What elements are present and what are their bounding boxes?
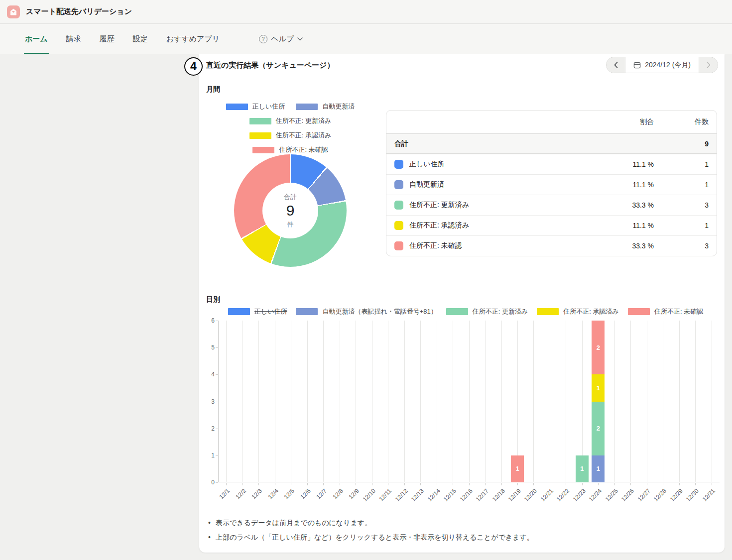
legend-item-invalid-approved[interactable]: 住所不正: 承認済み xyxy=(249,131,332,140)
y-axis-tick xyxy=(216,347,218,348)
footnote: 表示できるデータは前月までのものになります。 xyxy=(208,518,534,528)
legend-item-invalid-unconfirmed[interactable]: 住所不正: 未確認 xyxy=(252,145,328,154)
help-menu[interactable]: ? ヘルプ xyxy=(259,34,303,44)
monthly-legend: 正しい住所 自動更新済 住所不正: 更新済み 住所不正: 承認済み xyxy=(206,102,375,160)
row-swatch xyxy=(394,221,403,230)
legend-item-invalid-unconfirmed[interactable]: 住所不正: 未確認 xyxy=(628,307,703,316)
bar-segment[interactable]: 2 xyxy=(592,321,605,374)
footnotes: 表示できるデータは前月までのものになります。 上部のラベル（「正しい住所」など）… xyxy=(208,518,534,547)
legend-label: 住所不正: 承認済み xyxy=(276,131,332,140)
donut-center: 合計 9 件 xyxy=(262,183,318,238)
daily-heading: 日別 xyxy=(206,295,220,304)
x-axis-tick xyxy=(420,483,421,485)
app-title: スマート配送先バリデーション xyxy=(26,7,132,16)
legend-item-auto-updated[interactable]: 自動更新済 xyxy=(296,102,355,111)
legend-swatch xyxy=(249,118,271,124)
x-axis-tick xyxy=(323,483,324,485)
row-swatch xyxy=(394,180,403,189)
tab-history[interactable]: 履歴 xyxy=(99,24,116,54)
bar-segment[interactable]: 2 xyxy=(592,402,605,455)
annotation-step-4-badge: 4 xyxy=(184,57,203,76)
gridline xyxy=(501,321,502,482)
row-ratio: 11.1 % xyxy=(594,222,654,229)
chevron-right-icon xyxy=(707,62,711,68)
donut-center-label: 合計 xyxy=(284,192,297,202)
x-axis-tick xyxy=(291,483,291,485)
legend-swatch xyxy=(296,104,318,110)
row-label: 自動更新済 xyxy=(409,180,444,189)
legend-label: 自動更新済 xyxy=(322,102,355,111)
x-axis-tick xyxy=(614,483,615,485)
x-axis-tick xyxy=(453,483,453,485)
row-label: 住所不正: 承認済み xyxy=(409,221,469,230)
x-axis-tick xyxy=(485,483,486,485)
legend-item-correct-address[interactable]: 正しい住所 xyxy=(226,102,285,111)
x-axis-tick xyxy=(372,483,372,485)
gridline xyxy=(404,321,405,482)
gridline xyxy=(243,321,243,482)
row-count: 3 xyxy=(654,242,709,250)
row-ratio: 11.1 % xyxy=(594,160,654,168)
gridline xyxy=(388,321,388,482)
next-month-button[interactable] xyxy=(699,57,718,73)
row-ratio: 33.3 % xyxy=(594,201,654,209)
bar-segment[interactable]: 1 xyxy=(592,374,605,401)
row-swatch xyxy=(394,201,403,210)
tab-billing[interactable]: 請求 xyxy=(65,24,82,54)
y-axis-label: 5 xyxy=(205,344,215,351)
x-axis-tick xyxy=(679,483,680,485)
tab-recommended-apps[interactable]: おすすめアプリ xyxy=(165,24,221,54)
total-count: 9 xyxy=(654,140,709,148)
gridline xyxy=(533,321,534,482)
gridline xyxy=(226,321,227,482)
count-column-header: 件数 xyxy=(654,117,709,126)
bar-segment[interactable]: 1 xyxy=(592,455,605,482)
gridline xyxy=(679,321,680,482)
x-axis-tick xyxy=(469,483,470,485)
legend-item-auto-updated[interactable]: 自動更新済（表記揺れ・電話番号+81） xyxy=(296,307,437,316)
x-axis-tick xyxy=(275,483,275,485)
x-axis-tick xyxy=(307,483,308,485)
calendar-icon xyxy=(633,61,641,69)
gridline xyxy=(614,321,615,482)
gridline xyxy=(485,321,486,482)
legend-item-correct-address[interactable]: 正しい住所 xyxy=(228,307,287,316)
table-row: 正しい住所 11.1 % 1 xyxy=(386,154,717,174)
month-picker-value[interactable]: 2024/12 (今月) xyxy=(625,57,699,73)
legend-label: 正しい住所 xyxy=(254,307,287,316)
legend-label: 自動更新済（表記揺れ・電話番号+81） xyxy=(322,307,437,316)
x-axis-tick xyxy=(695,483,696,485)
tab-settings[interactable]: 設定 xyxy=(132,24,149,54)
legend-item-invalid-updated[interactable]: 住所不正: 更新済み xyxy=(446,307,528,316)
legend-item-invalid-approved[interactable]: 住所不正: 承認済み xyxy=(537,307,619,316)
monthly-donut-chart[interactable]: 合計 9 件 xyxy=(234,154,347,267)
bar-segment[interactable]: 1 xyxy=(576,455,589,482)
month-picker: 2024/12 (今月) xyxy=(606,57,718,73)
x-axis-tick xyxy=(437,483,437,485)
tab-home[interactable]: ホーム xyxy=(24,24,49,54)
legend-label: 住所不正: 更新済み xyxy=(276,116,332,125)
chevron-down-icon xyxy=(297,37,303,41)
x-axis-line xyxy=(218,482,720,482)
monthly-heading: 月間 xyxy=(206,85,220,94)
question-circle-icon: ? xyxy=(259,35,267,43)
gridline xyxy=(712,321,712,482)
previous-month-button[interactable] xyxy=(607,57,625,73)
x-axis-tick xyxy=(533,483,534,485)
donut-center-value: 9 xyxy=(286,202,295,220)
help-label: ヘルプ xyxy=(271,34,294,44)
month-picker-text: 2024/12 (今月) xyxy=(645,61,691,70)
bar-segment[interactable]: 1 xyxy=(511,455,524,482)
legend-swatch xyxy=(537,308,559,315)
x-axis-tick xyxy=(258,483,259,485)
row-count: 1 xyxy=(654,181,709,189)
row-ratio: 33.3 % xyxy=(594,242,654,250)
legend-item-invalid-updated[interactable]: 住所不正: 更新済み xyxy=(249,116,332,125)
y-axis-label: 2 xyxy=(205,425,215,432)
row-count: 1 xyxy=(654,222,709,229)
daily-bar-chart: 12/112/212/312/412/512/612/712/812/912/1… xyxy=(206,316,721,540)
footnote: 上部のラベル（「正しい住所」など）をクリックすると表示・非表示を切り替えることが… xyxy=(208,533,534,543)
main-nav: ホーム 請求 履歴 設定 おすすめアプリ ? ヘルプ xyxy=(0,24,732,54)
legend-swatch xyxy=(446,308,468,315)
gridline xyxy=(258,321,259,482)
